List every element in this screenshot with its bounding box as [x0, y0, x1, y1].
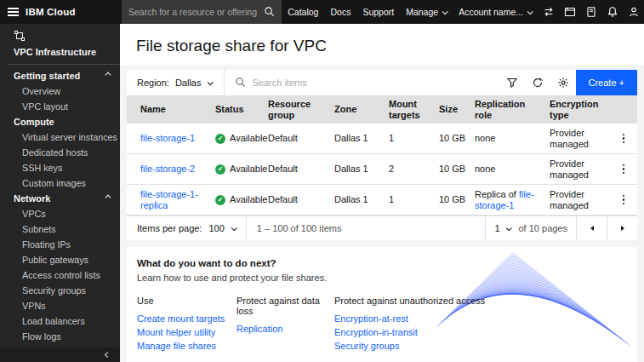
column-heading: Protect against data loss: [237, 296, 334, 316]
create-button[interactable]: Create +: [576, 70, 638, 95]
col-encryption-type: Encryption type: [550, 99, 613, 121]
region-dropdown[interactable]: Region: Dallas: [127, 70, 225, 95]
sidebar-item-vpns[interactable]: VPNs: [0, 298, 120, 313]
sidebar-item-access-control-lists[interactable]: Access control lists: [0, 267, 120, 283]
vpc-infrastructure-icon: [14, 33, 26, 43]
col-replication-role: Replication role: [475, 99, 550, 121]
settings-icon[interactable]: [550, 70, 576, 95]
share-name-link[interactable]: file-storage-2: [140, 164, 195, 174]
global-header: IBM Cloud Catalog Docs Support Manage Ac…: [0, 0, 644, 24]
chevron-down-icon: [442, 9, 448, 14]
size-cell: 10 GB: [439, 194, 475, 205]
zone-cell: Dallas 1: [334, 164, 389, 175]
refresh-icon[interactable]: [525, 70, 550, 95]
items-per-page-label: Items per page:: [137, 223, 202, 233]
encryption-type-cell: Provider managed: [550, 158, 613, 181]
sidebar-item-vpcs[interactable]: VPCs: [0, 206, 120, 221]
sidebar: VPC Infrastructure Getting started Overv…: [0, 24, 120, 362]
sidebar-item-vpc-layout[interactable]: VPC layout: [0, 99, 120, 114]
chevron-down-icon: [207, 79, 213, 85]
col-mount-targets: Mount targets: [389, 99, 439, 121]
status-available-icon: [215, 195, 225, 205]
next-steps-title: What do you want to do next?: [137, 258, 627, 268]
next-steps-column-use: Use Create mount targets Mount helper ut…: [137, 296, 237, 353]
sidebar-item-security-groups[interactable]: Security groups: [0, 283, 120, 298]
link-security-groups[interactable]: Security groups: [334, 339, 485, 353]
sidebar-header: VPC Infrastructure: [0, 24, 120, 57]
nav-manage[interactable]: Manage: [400, 0, 453, 24]
brand-area: IBM Cloud: [0, 0, 122, 24]
nav-docs[interactable]: Docs: [324, 0, 356, 24]
nav-account[interactable]: Account name...: [453, 0, 538, 24]
search-icon[interactable]: [264, 6, 275, 19]
sidebar-item-subnets[interactable]: Subnets: [0, 221, 120, 237]
page-header: File storage share for VPC: [120, 24, 644, 65]
sidebar-collapse-button[interactable]: [0, 348, 120, 362]
cycle-arrows-icon[interactable]: [538, 0, 559, 24]
sidebar-section-getting-started[interactable]: Getting started: [0, 68, 120, 83]
link-encryption-at-rest[interactable]: Encryption-at-rest: [334, 312, 485, 325]
sidebar-item-dedicated-hosts[interactable]: Dedicated hosts: [0, 145, 120, 160]
sidebar-item-public-gateways[interactable]: Public gateways: [0, 252, 120, 267]
chevron-down-icon: [231, 225, 237, 231]
filter-icon[interactable]: [499, 70, 525, 95]
overflow-menu-icon[interactable]: [613, 129, 634, 149]
user-profile-icon[interactable]: [623, 0, 644, 24]
page-number-value: 1: [494, 223, 499, 233]
size-cell: 10 GB: [439, 133, 475, 144]
link-create-mount-targets[interactable]: Create mount targets: [137, 312, 237, 325]
overflow-menu-icon[interactable]: [613, 190, 634, 210]
pagination-range-text: 1 – 100 of 100 items: [247, 223, 342, 233]
share-name-link[interactable]: file-storage-1-replica: [140, 189, 198, 210]
resource-group-cell: Default: [268, 194, 334, 205]
next-steps-card: What do you want to do next? Learn how t…: [127, 247, 637, 362]
sidebar-item-load-balancers[interactable]: Load balancers: [0, 313, 120, 329]
mount-targets-cell: 1: [389, 133, 439, 144]
next-steps-column-data-loss: Protect against data loss Replication: [237, 296, 334, 353]
menu-icon[interactable]: [0, 0, 26, 24]
encryption-type-cell: Provider managed: [550, 128, 613, 150]
sidebar-item-overview[interactable]: Overview: [0, 83, 120, 99]
window-icon[interactable]: [559, 0, 580, 24]
sidebar-item-custom-images[interactable]: Custom images: [0, 175, 120, 191]
status-badge: Available: [230, 194, 267, 205]
col-name: Name: [140, 104, 215, 115]
items-per-page-value: 100: [208, 223, 224, 233]
region-value: Dallas: [175, 78, 202, 88]
nav-catalog[interactable]: Catalog: [282, 0, 324, 24]
notifications-icon[interactable]: [601, 0, 623, 24]
overflow-menu-icon[interactable]: [613, 159, 634, 180]
sidebar-item-virtual-server-instances[interactable]: Virtual server instances: [0, 129, 120, 145]
next-page-button[interactable]: [607, 216, 637, 240]
link-encryption-in-transit[interactable]: Encryption-in-transit: [334, 325, 485, 339]
global-search-input[interactable]: [128, 7, 264, 17]
link-mount-helper-utility[interactable]: Mount helper utility: [137, 325, 237, 339]
file-shares-table: Name Status Resource group Zone Mount ta…: [127, 95, 637, 215]
size-cell: 10 GB: [439, 164, 475, 175]
caret-left-icon: [590, 226, 594, 231]
chevron-up-icon: [105, 72, 111, 78]
sidebar-item-flow-logs[interactable]: Flow logs: [0, 329, 120, 344]
sidebar-item-ssh-keys[interactable]: SSH keys: [0, 160, 120, 175]
link-replication[interactable]: Replication: [237, 322, 334, 336]
items-per-page-dropdown[interactable]: Items per page: 100: [127, 216, 247, 240]
col-size: Size: [439, 104, 475, 115]
sidebar-section-compute[interactable]: Compute: [0, 114, 120, 129]
sidebar-item-floating-ips[interactable]: Floating IPs: [0, 237, 120, 252]
notebook-icon[interactable]: [580, 0, 601, 24]
status-available-icon: [215, 134, 225, 144]
link-manage-file-shares[interactable]: Manage file shares: [137, 339, 237, 353]
table-row: file-storage-1-replica Available Default…: [127, 185, 637, 215]
search-icon: [235, 77, 246, 89]
share-name-link[interactable]: file-storage-1: [140, 133, 195, 143]
previous-page-button[interactable]: [576, 216, 607, 240]
nav-support[interactable]: Support: [356, 0, 400, 24]
page-number-dropdown[interactable]: 1: [485, 216, 518, 240]
brand-logo[interactable]: IBM Cloud: [26, 7, 76, 17]
table-search-input[interactable]: [253, 78, 499, 88]
sidebar-section-network[interactable]: Network: [0, 191, 120, 206]
status-badge: Available: [230, 133, 267, 144]
pagination-bar: Items per page: 100 1 – 100 of 100 items…: [127, 215, 637, 240]
encryption-type-cell: Provider managed: [550, 189, 613, 211]
col-status: Status: [215, 104, 268, 115]
